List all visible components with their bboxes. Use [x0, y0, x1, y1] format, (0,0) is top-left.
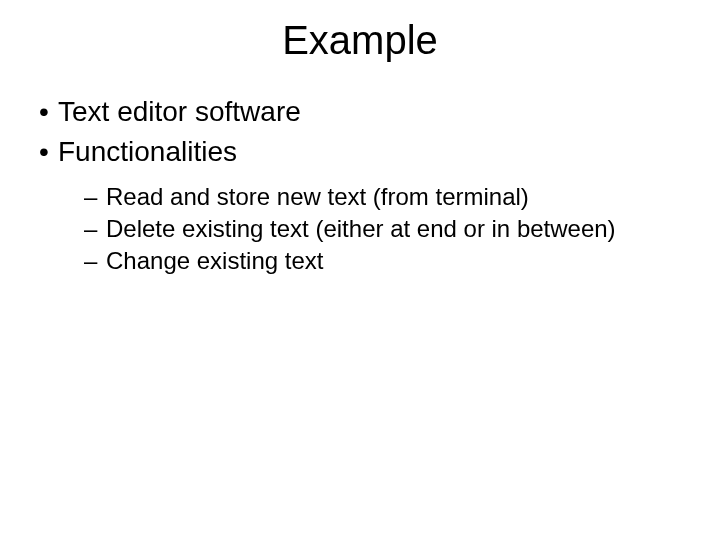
dash-marker: –: [84, 181, 106, 213]
dash-marker: –: [84, 213, 106, 245]
bullet-text: Text editor software: [58, 93, 690, 131]
bullet-marker: •: [30, 93, 58, 131]
list-item: • Functionalities: [30, 133, 690, 171]
bullet-text: Change existing text: [106, 245, 690, 277]
list-item: • Text editor software: [30, 93, 690, 131]
slide-content: • Text editor software • Functionalities…: [0, 93, 720, 278]
list-item: – Delete existing text (either at end or…: [84, 213, 690, 245]
slide-title: Example: [0, 0, 720, 93]
bullet-text: Functionalities: [58, 133, 690, 171]
sub-list: – Read and store new text (from terminal…: [30, 173, 690, 278]
bullet-marker: •: [30, 133, 58, 171]
list-item: – Change existing text: [84, 245, 690, 277]
list-item: – Read and store new text (from terminal…: [84, 181, 690, 213]
dash-marker: –: [84, 245, 106, 277]
bullet-text: Delete existing text (either at end or i…: [106, 213, 690, 245]
bullet-text: Read and store new text (from terminal): [106, 181, 690, 213]
